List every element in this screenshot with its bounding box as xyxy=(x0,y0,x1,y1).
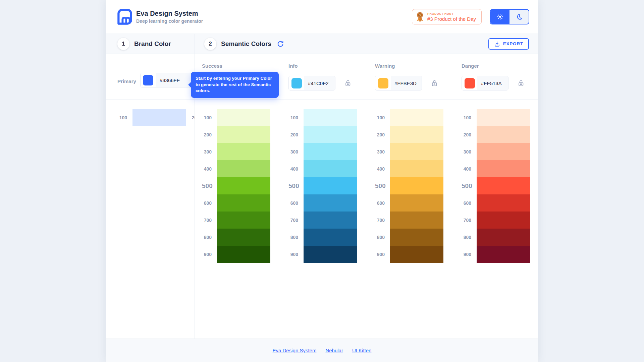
swatch-zone xyxy=(462,76,477,90)
dark-theme-button[interactable] xyxy=(509,10,529,24)
scale-step-label: 400 xyxy=(288,166,298,172)
scale-swatch-100[interactable] xyxy=(477,109,530,126)
refresh-icon[interactable] xyxy=(277,40,284,48)
unlock-icon[interactable] xyxy=(517,79,525,87)
unlock-icon[interactable] xyxy=(344,79,352,87)
scale-step-label: 600 xyxy=(375,200,385,206)
color-swatch[interactable] xyxy=(291,78,302,88)
unlock-icon[interactable] xyxy=(431,79,438,87)
section-row: 1 Brand Color 2 Semantic Colors EXPORT xyxy=(106,34,538,54)
scale-step-label: 300 xyxy=(375,149,385,155)
scale-step-label: 100 xyxy=(375,115,385,120)
sun-icon xyxy=(496,13,504,20)
scale-swatch-200[interactable] xyxy=(304,126,357,143)
scale-step-label: 200 xyxy=(288,132,298,137)
scale-swatch-400[interactable] xyxy=(390,160,443,177)
scale-swatch-200[interactable] xyxy=(477,126,530,143)
scale-swatch-200[interactable] xyxy=(390,126,443,143)
app-subtitle: Deep learning color generator xyxy=(136,18,203,24)
color-swatch[interactable] xyxy=(143,75,153,85)
scale-swatch-100[interactable] xyxy=(217,109,270,126)
color-swatch[interactable] xyxy=(378,78,388,88)
scale-row: 500 xyxy=(288,177,375,194)
export-label: EXPORT xyxy=(503,41,523,46)
scale-swatch-900[interactable] xyxy=(390,246,443,263)
scale-step-label: 700 xyxy=(375,218,385,223)
scale-step-label: 100 xyxy=(117,115,127,120)
product-hunt-award: #3 Product of the Day xyxy=(427,16,476,22)
export-button[interactable]: EXPORT xyxy=(488,38,529,50)
scale-step-label: 400 xyxy=(462,166,471,172)
scale-swatch-800[interactable] xyxy=(304,229,357,246)
scale-swatch-400[interactable] xyxy=(217,160,270,177)
color-hex-input[interactable]: #FF513A xyxy=(462,76,508,90)
scale-swatch-800[interactable] xyxy=(390,229,443,246)
scale-swatch-100[interactable] xyxy=(132,109,186,126)
product-hunt-text: PRODUCT HUNT #3 Product of the Day xyxy=(427,12,476,22)
scale-row: 800 xyxy=(462,229,538,246)
color-hex-input[interactable]: #41C0F2 xyxy=(288,76,335,90)
scale-row: 600 xyxy=(288,194,375,212)
scale-swatch-100[interactable] xyxy=(304,109,357,126)
scale-row: 800 xyxy=(202,229,288,246)
color-scale-success: 100200300400500600700800900 xyxy=(202,109,288,263)
scale-step-label: 400 xyxy=(202,166,212,172)
scale-row: 500 xyxy=(202,177,288,194)
color-hex-input[interactable]: #FFBE3D xyxy=(375,76,422,90)
light-theme-button[interactable] xyxy=(490,10,509,24)
scale-swatch-800[interactable] xyxy=(217,229,270,246)
scale-step-label: 100 xyxy=(288,115,298,120)
scale-swatch-600[interactable] xyxy=(477,194,530,212)
tooltip-text: Start by entering your Primary Color to … xyxy=(196,76,272,93)
scale-swatch-300[interactable] xyxy=(217,143,270,160)
scale-swatch-500[interactable] xyxy=(217,177,270,194)
footer-link-ui-kitten[interactable]: UI Kitten xyxy=(352,348,372,353)
scale-swatch-500[interactable] xyxy=(304,177,357,194)
scale-swatch-800[interactable] xyxy=(477,229,530,246)
content: Primary #3366FF 100200300400500600700800… xyxy=(106,54,538,339)
palette-input-row: #FFBE3D xyxy=(375,76,462,90)
section-semantic-colors: 2 Semantic Colors EXPORT xyxy=(195,34,538,54)
step-number-1: 1 xyxy=(117,38,129,50)
scale-step-label: 900 xyxy=(375,252,385,257)
scale-swatch-700[interactable] xyxy=(217,212,270,229)
scale-row: 400 xyxy=(288,160,375,177)
scale-swatch-600[interactable] xyxy=(390,194,443,212)
scale-row: 200 xyxy=(375,126,462,143)
scale-step-label: 300 xyxy=(288,149,298,155)
scale-swatch-300[interactable] xyxy=(304,143,357,160)
scale-swatch-400[interactable] xyxy=(304,160,357,177)
product-hunt-badge[interactable]: 3 PRODUCT HUNT #3 Product of the Day xyxy=(412,9,482,24)
download-icon xyxy=(494,41,500,47)
scale-swatch-700[interactable] xyxy=(390,212,443,229)
scale-step-label: 800 xyxy=(375,235,385,240)
brand-block: Eva Design System Deep learning color ge… xyxy=(117,9,203,25)
scale-swatch-300[interactable] xyxy=(390,143,443,160)
svg-text:3: 3 xyxy=(419,13,421,17)
scale-swatch-500[interactable] xyxy=(390,177,443,194)
scale-row: 600 xyxy=(462,194,538,212)
scale-swatch-100[interactable] xyxy=(390,109,443,126)
scale-swatch-600[interactable] xyxy=(304,194,357,212)
palette-label: Primary xyxy=(117,69,136,84)
scale-row: 300 xyxy=(462,143,538,160)
scale-swatch-700[interactable] xyxy=(304,212,357,229)
step-number-2: 2 xyxy=(204,38,216,50)
footer-link-nebular[interactable]: Nebular xyxy=(325,348,343,353)
eva-logo-icon xyxy=(117,9,132,25)
scale-swatch-300[interactable] xyxy=(477,143,530,160)
scale-row: 200 xyxy=(202,126,288,143)
scale-swatch-900[interactable] xyxy=(217,246,270,263)
scale-swatch-600[interactable] xyxy=(217,194,270,212)
scale-swatch-200[interactable] xyxy=(217,126,270,143)
color-swatch[interactable] xyxy=(465,78,475,88)
scale-row: 600 xyxy=(375,194,462,212)
scale-row: 100 xyxy=(462,109,538,126)
scale-swatch-900[interactable] xyxy=(304,246,357,263)
scale-swatch-900[interactable] xyxy=(477,246,530,263)
scale-swatch-400[interactable] xyxy=(477,160,530,177)
scale-swatch-500[interactable] xyxy=(477,177,530,194)
footer-link-eva-design-system[interactable]: Eva Design System xyxy=(273,348,317,353)
scale-swatch-700[interactable] xyxy=(477,212,530,229)
medal-icon: 3 xyxy=(416,11,424,22)
